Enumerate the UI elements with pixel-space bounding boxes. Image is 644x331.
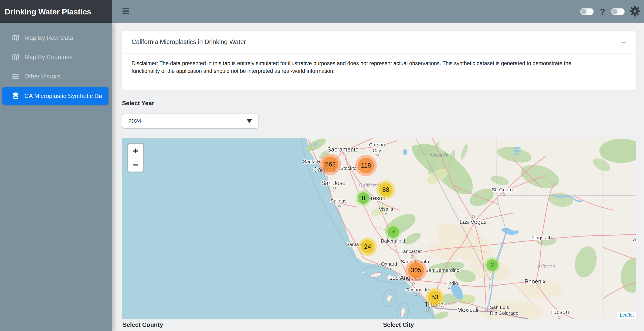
sidebar-item-map-by-countries[interactable]: Map By Countries bbox=[2, 48, 108, 66]
card-header: California Microplastics in Drinking Wat… bbox=[122, 31, 636, 54]
zoom-out-button[interactable]: − bbox=[128, 158, 143, 172]
top-navbar: ? bbox=[112, 0, 644, 23]
sidebar-item-label: Other Visuals bbox=[24, 73, 61, 80]
cluster-marker-88[interactable]: 88 bbox=[376, 180, 395, 199]
toggle-knob bbox=[581, 9, 586, 14]
map-icon bbox=[12, 53, 20, 61]
cluster-marker-118[interactable]: 118 bbox=[355, 155, 377, 176]
select-county-label: Select County bbox=[123, 321, 163, 328]
sidebar-item-ca-microplastic-synthetic-data[interactable]: CA Microplastic Synthetic Da bbox=[2, 87, 108, 105]
disclaimer-line-1: Disclaimer: The data presented in this t… bbox=[132, 60, 627, 67]
sidebar-nav: Map By Raw Data Map By Countries Other V… bbox=[0, 23, 112, 331]
sidebar-item-label: Map By Countries bbox=[24, 54, 73, 61]
toggle-switch-left[interactable] bbox=[580, 8, 594, 15]
sliders-icon bbox=[12, 72, 20, 80]
toggle-knob bbox=[612, 9, 618, 14]
leaflet-map[interactable]: SacramentoCarson CitySanta RosaOaklandSt… bbox=[122, 138, 636, 319]
cluster-marker-24[interactable]: 24 bbox=[358, 238, 377, 256]
sidebar-item-other-visuals[interactable]: Other Visuals bbox=[2, 68, 108, 85]
zoom-in-button[interactable]: + bbox=[128, 144, 143, 158]
map-cluster-layer: 562118888724305253 bbox=[122, 138, 636, 319]
sidebar-item-label: Map By Raw Data bbox=[24, 34, 73, 42]
toggle-switch-right[interactable] bbox=[611, 8, 625, 15]
cluster-marker-53[interactable]: 53 bbox=[426, 288, 444, 306]
select-city-label: Select City bbox=[383, 321, 414, 328]
map-icon bbox=[12, 34, 20, 42]
cluster-marker-305[interactable]: 305 bbox=[405, 260, 427, 281]
collapse-button[interactable]: − bbox=[621, 38, 626, 46]
map-zoom-control: + − bbox=[127, 143, 144, 172]
cluster-marker-2[interactable]: 2 bbox=[484, 257, 500, 273]
help-icon[interactable]: ? bbox=[600, 8, 605, 16]
disclaimer-text: Disclaimer: The data presented in this t… bbox=[122, 54, 636, 75]
disclaimer-line-2: functionality of the application and sho… bbox=[132, 67, 627, 75]
app-window: Drinking Water Plastics ? bbox=[0, 0, 644, 331]
leaflet-link[interactable]: Leaflet bbox=[620, 312, 634, 318]
database-icon bbox=[12, 92, 20, 100]
hamburger-icon[interactable] bbox=[122, 8, 130, 15]
select-year-label: Select Year bbox=[122, 100, 154, 107]
sidebar-item-label: CA Microplastic Synthetic Da bbox=[24, 92, 102, 100]
cluster-marker-8[interactable]: 8 bbox=[356, 190, 371, 206]
cluster-marker-562[interactable]: 562 bbox=[320, 154, 341, 175]
chevron-down-icon bbox=[246, 119, 252, 123]
gear-icon[interactable] bbox=[629, 6, 640, 18]
card-title: California Microplastics in Drinking Wat… bbox=[132, 38, 246, 46]
disclaimer-card: California Microplastics in Drinking Wat… bbox=[122, 31, 636, 90]
year-dropdown[interactable]: 2024 bbox=[122, 114, 258, 128]
sidebar-item-map-by-raw-data[interactable]: Map By Raw Data bbox=[2, 29, 108, 46]
leaflet-attribution: Leaflet bbox=[617, 312, 636, 319]
year-dropdown-value: 2024 bbox=[128, 118, 141, 124]
cluster-marker-7[interactable]: 7 bbox=[385, 224, 401, 240]
app-brand-title: Drinking Water Plastics bbox=[0, 0, 112, 23]
